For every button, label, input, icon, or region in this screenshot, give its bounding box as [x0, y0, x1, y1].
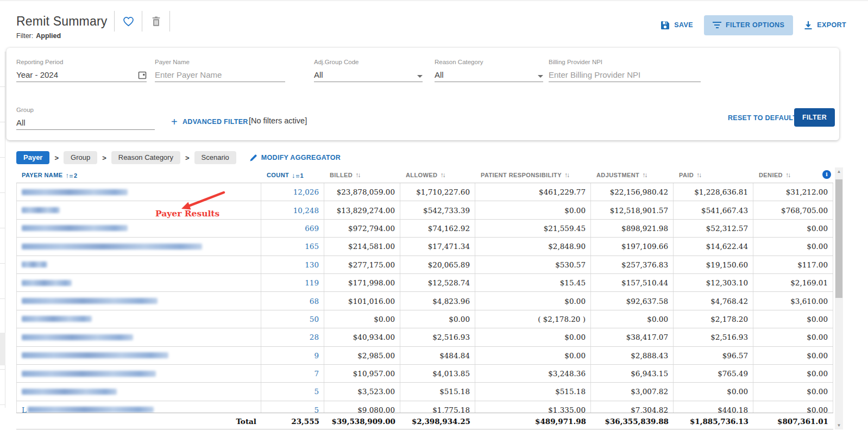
payer-name-link[interactable]: [28, 407, 154, 413]
delete-button[interactable]: [149, 15, 162, 28]
table-scrollbar[interactable]: ▲ ▼: [835, 167, 843, 429]
chevron-down-icon: [417, 75, 423, 78]
count-link[interactable]: 68: [310, 297, 319, 306]
heart-icon: [123, 16, 134, 27]
cell-count: 9: [261, 347, 324, 364]
cell-patient_responsibility: $461,229.77: [475, 183, 591, 201]
column-header-adjustment[interactable]: ADJUSTMENT↑↓: [591, 171, 674, 179]
cell-payer-name: [16, 383, 261, 400]
column-header-payer-name[interactable]: PAYER NAME↑2: [16, 171, 261, 179]
payer-name-link[interactable]: [22, 298, 158, 304]
column-header-allowed[interactable]: ALLOWED↑↓: [400, 171, 475, 179]
cell-adjustment: $197,109.66: [591, 238, 674, 255]
cell-count: 5: [261, 401, 324, 413]
cell-adjustment: $6,943.15: [591, 365, 674, 382]
cell-allowed: $20,065.89: [400, 256, 475, 273]
count-link[interactable]: 165: [305, 242, 319, 251]
info-icon[interactable]: i: [822, 170, 831, 179]
remit-summary-table: PAYER NAME↑2COUNT↓1BILLED↑↓ALLOWED↑↓PATI…: [16, 167, 833, 429]
favorite-button[interactable]: [122, 15, 135, 28]
reason-category-select[interactable]: Reason Category All: [435, 59, 543, 82]
aggregator-chip-reason-category[interactable]: Reason Category: [111, 151, 180, 164]
table-row: 10,248$13,829,274.00$542,733.39$0.00$12,…: [16, 201, 833, 219]
cell-paid: $2,178.20: [674, 310, 753, 328]
scroll-down-arrow-icon[interactable]: ▼: [835, 421, 843, 429]
payer-name-link[interactable]: [22, 189, 128, 195]
modify-aggregator-button[interactable]: MODIFY AGGREGATOR: [249, 154, 341, 162]
payer-name-link[interactable]: [22, 280, 72, 286]
count-link[interactable]: 119: [305, 278, 319, 287]
payer-name-field[interactable]: Payer Name: [155, 59, 285, 82]
export-label: EXPORT: [817, 21, 846, 29]
cell-payer-name: [16, 310, 261, 328]
payer-name-link[interactable]: [22, 334, 133, 340]
cell-denied: $3,610.00: [753, 292, 833, 309]
adj-group-code-select[interactable]: Adj.Group Code All: [314, 59, 423, 82]
plus-icon: +: [171, 117, 178, 126]
payer-name-link[interactable]: [22, 244, 202, 250]
group-select[interactable]: Group All: [16, 107, 155, 130]
advanced-filter-button[interactable]: + ADVANCED FILTER: [171, 117, 248, 126]
scrollbar-thumb[interactable]: [835, 179, 842, 298]
cell-payer-name: [16, 274, 261, 291]
count-link[interactable]: 130: [305, 260, 319, 269]
adj-group-code-value: All: [314, 70, 323, 79]
cell-patient_responsibility: $15.45: [475, 274, 591, 291]
count-link[interactable]: 50: [310, 315, 319, 323]
count-link[interactable]: 12,026: [293, 188, 319, 196]
count-link[interactable]: 28: [310, 333, 319, 341]
filter-options-button[interactable]: FILTER OPTIONS: [704, 15, 793, 35]
aggregator-chip-scenario[interactable]: Scenario: [194, 151, 236, 164]
aggregator-chip-group[interactable]: Group: [64, 151, 97, 164]
cell-adjustment: $2,888.43: [591, 347, 674, 364]
table-row: 28$40,934.00$2,516.93$0.00$38,417.07$2,5…: [16, 328, 833, 346]
count-link[interactable]: 669: [305, 224, 319, 233]
billing-provider-npi-input[interactable]: [549, 70, 701, 79]
count-link[interactable]: 5: [314, 387, 319, 396]
cell-denied: $0.00: [753, 220, 833, 237]
payer-name-input[interactable]: [155, 70, 285, 79]
count-link[interactable]: 5: [314, 406, 319, 413]
payer-name-link[interactable]: [22, 261, 47, 267]
column-label: PAID: [679, 172, 694, 178]
total-billed: $39,538,909.00: [324, 413, 400, 429]
billing-provider-npi-field[interactable]: Billing Provider NPI: [549, 59, 701, 82]
reporting-period-field[interactable]: Reporting Period Year - 2024: [16, 59, 147, 82]
export-button[interactable]: EXPORT: [804, 21, 846, 30]
filter-panel: Reporting Period Year - 2024 Payer Name …: [7, 48, 839, 140]
count-link[interactable]: 9: [314, 351, 319, 360]
cell-paid: $0.00: [674, 383, 753, 400]
cell-payer-name: [16, 292, 261, 309]
column-header-patient-responsibility[interactable]: PATIENT RESPONSIBILITY↑↓: [475, 171, 591, 179]
count-link[interactable]: 7: [314, 369, 319, 378]
cell-count: 130: [261, 256, 324, 273]
filter-submit-button[interactable]: FILTER: [794, 108, 835, 127]
chevron-down-icon: [538, 75, 543, 78]
payer-name-link[interactable]: [22, 352, 168, 358]
cell-allowed: $1,710,227.60: [400, 183, 475, 201]
payer-name-link[interactable]: [22, 316, 92, 322]
cell-billed: $23,878,059.00: [324, 183, 400, 201]
reset-to-default-button[interactable]: RESET TO DEFAULT: [728, 114, 797, 122]
column-header-denied[interactable]: DENIED↑↓: [753, 171, 833, 179]
cell-denied: $0.00: [753, 383, 833, 400]
count-link[interactable]: 10,248: [293, 206, 319, 215]
filter-status-value: Applied: [36, 32, 61, 40]
reason-category-value: All: [435, 70, 444, 79]
cell-allowed: $2,516.93: [400, 328, 475, 346]
payer-name-link[interactable]: [22, 225, 128, 231]
aggregator-chip-payer[interactable]: Payer: [16, 151, 49, 164]
scroll-up-arrow-icon[interactable]: ▲: [835, 167, 843, 176]
column-header-billed[interactable]: BILLED↑↓: [324, 171, 400, 179]
payer-name-link[interactable]: [22, 389, 117, 395]
total-allowed: $2,398,934.25: [400, 413, 475, 429]
divider: [169, 11, 170, 32]
payer-name-link[interactable]: [22, 207, 60, 213]
save-button[interactable]: SAVE: [661, 21, 693, 30]
column-header-paid[interactable]: PAID↑↓: [674, 171, 753, 179]
column-header-count[interactable]: COUNT↓1: [261, 171, 324, 179]
payer-name-link-prefix: L: [22, 406, 27, 413]
payer-name-link[interactable]: [22, 371, 156, 377]
cell-denied: $2,169.01: [753, 274, 833, 291]
sort-icon: ↑2: [66, 171, 79, 179]
